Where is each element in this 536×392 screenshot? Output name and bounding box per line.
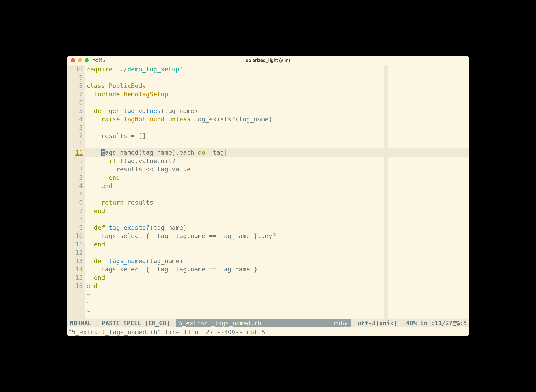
code-line[interactable]: end xyxy=(85,182,469,190)
titlebar: ⌥⌘2 solarized_light (vim) xyxy=(67,56,469,65)
line-number: 7 xyxy=(67,90,84,99)
statusline-position: 40% ln :11/27≣℅:5 xyxy=(404,319,469,327)
tab-indicator: ⌥⌘2 xyxy=(93,58,105,63)
line-number: 4 xyxy=(67,182,84,190)
code-line[interactable] xyxy=(85,74,469,82)
line-number: 5 xyxy=(67,190,84,199)
statusline-filename: 5_extract_tags_named.rb xyxy=(176,320,330,327)
code-line[interactable] xyxy=(85,215,469,224)
statusline-filetype: ruby xyxy=(330,320,351,327)
line-number: 8 xyxy=(67,215,84,224)
line-number: 8 xyxy=(67,82,84,90)
line-number: 13 xyxy=(67,257,84,266)
line-number: 16 xyxy=(67,282,84,290)
line-number: 6 xyxy=(67,199,84,207)
statusline-encoding: utf-8[unix] xyxy=(351,319,404,327)
zoom-button[interactable] xyxy=(85,58,89,62)
line-number: 11 xyxy=(67,240,84,249)
minimize-button[interactable] xyxy=(78,58,82,62)
line-number: 2 xyxy=(67,132,84,140)
code-area: 109876543211112345678910111213141516 req… xyxy=(67,65,469,319)
editor[interactable]: 109876543211112345678910111213141516 req… xyxy=(67,65,469,336)
code-line[interactable]: def tags_named(tag_name) xyxy=(85,257,469,266)
line-number-gutter: 109876543211112345678910111213141516 xyxy=(67,65,85,319)
code-line[interactable]: end xyxy=(85,240,469,249)
traffic-lights xyxy=(71,58,89,62)
code-line[interactable]: def tag_exists?(tag_name) xyxy=(85,224,469,232)
code-line[interactable] xyxy=(85,190,469,199)
code-line[interactable]: class PublicBody xyxy=(85,82,469,90)
mode-flags: PASTE SPELL [EN_GB] xyxy=(95,319,176,327)
line-number: 3 xyxy=(67,174,84,182)
code-line[interactable]: if !tag.value.nil? xyxy=(85,157,469,165)
code-line[interactable]: def get_tag_values(tag_name) xyxy=(85,107,469,115)
line-number: 4 xyxy=(67,115,84,124)
code-line[interactable]: end xyxy=(85,274,469,282)
code-line[interactable] xyxy=(85,140,469,149)
line-number: 5 xyxy=(67,107,84,115)
line-number: 9 xyxy=(67,224,84,232)
line-number: 1 xyxy=(67,140,84,149)
statusline: NORMAL PASTE SPELL [EN_GB] 5_extract_tag… xyxy=(67,319,469,327)
code-line[interactable] xyxy=(85,98,469,107)
code-line[interactable] xyxy=(85,124,469,132)
close-button[interactable] xyxy=(71,58,75,62)
line-number: 10 xyxy=(67,65,84,74)
line-number: 12 xyxy=(67,248,84,257)
empty-lines: ~~~ xyxy=(85,290,469,315)
code-line[interactable] xyxy=(85,248,469,257)
line-number: 3 xyxy=(67,124,84,132)
code-line[interactable]: end xyxy=(85,207,469,215)
code-line[interactable]: return results xyxy=(85,199,469,207)
code-line[interactable]: end xyxy=(85,174,469,182)
code-pane[interactable]: require './demo_tag_setup' class PublicB… xyxy=(85,65,469,319)
line-number: 9 xyxy=(67,74,84,82)
code-line[interactable]: include DemoTagSetup xyxy=(85,90,469,99)
line-number: 7 xyxy=(67,207,84,215)
code-line[interactable]: require './demo_tag_setup' xyxy=(85,65,469,74)
line-number: 15 xyxy=(67,274,84,282)
terminal-window: ⌥⌘2 solarized_light (vim) 10987654321111… xyxy=(67,56,469,336)
line-number: 1 xyxy=(67,157,84,165)
window-title: solarized_light (vim) xyxy=(246,58,290,63)
line-number: 14 xyxy=(67,265,84,274)
code-line[interactable]: end xyxy=(85,282,469,290)
line-number: 2 xyxy=(67,165,84,174)
line-number: 10 xyxy=(67,232,84,240)
code-line[interactable]: tags.select { |tag| tag.name == tag_name… xyxy=(85,265,469,274)
code-line[interactable]: raise TagNotFound unless tag_exists?(tag… xyxy=(85,115,469,124)
code-line[interactable]: results = [] xyxy=(85,132,469,140)
line-number: 6 xyxy=(67,98,84,107)
command-line[interactable]: "5_extract_tags_named.rb" line 11 of 27 … xyxy=(67,327,469,336)
code-line[interactable]: results << tag.value xyxy=(85,165,469,174)
code-line[interactable]: tags.select { |tag| tag.name == tag_name… xyxy=(85,232,469,240)
mode-indicator: NORMAL xyxy=(67,319,95,327)
code-line[interactable]: tags_named(tag_name).each do |tag| xyxy=(85,149,469,157)
line-number: 11 xyxy=(67,149,84,157)
